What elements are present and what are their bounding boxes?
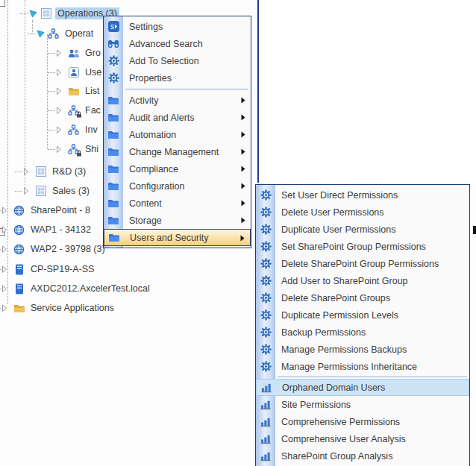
collapsed-arrow-icon[interactable] xyxy=(1,265,11,274)
tree-item-label: SharePoint - 8 xyxy=(28,204,93,216)
expanded-arrow-icon[interactable] xyxy=(36,29,46,38)
collapsed-arrow-icon[interactable] xyxy=(1,245,11,254)
gear-run-icon xyxy=(260,361,272,373)
submenu-arrow-icon xyxy=(241,217,245,224)
submenu-item-set-sharepoint-group-permissions[interactable]: Set SharePoint Group Permissions xyxy=(256,238,469,255)
tree-item-service-applications[interactable]: Service Applications xyxy=(1,301,116,315)
submenu-item-orphaned-domain-users[interactable]: Orphaned Domain Users xyxy=(256,379,469,396)
menu-item-add-to-selection[interactable]: Add To Selection xyxy=(104,52,251,69)
submenu-item-sharepoint-group-analysis[interactable]: SharePoint Group Analysis xyxy=(256,447,469,465)
submenu-item-duplicate-permission-levels[interactable]: Duplicate Permission Levels xyxy=(256,306,469,324)
context-menu: s Settings Advanced Search Add To Select… xyxy=(103,16,251,248)
tree-item-label: Fac xyxy=(83,104,103,116)
collapsed-arrow-icon[interactable] xyxy=(1,303,11,312)
tree-item-rd[interactable]: R&D (3) xyxy=(23,165,88,178)
submenu-arrow-icon xyxy=(241,166,245,172)
collapsed-arrow-icon[interactable] xyxy=(23,167,33,176)
menu-item-settings[interactable]: s Settings xyxy=(104,18,251,35)
collapsed-arrow-icon[interactable] xyxy=(56,68,66,77)
collapsed-arrow-icon[interactable] xyxy=(56,86,66,95)
users-icon xyxy=(67,66,80,78)
menu-item-properties[interactable]: Properties xyxy=(104,69,251,86)
tree-guide-line xyxy=(7,0,8,304)
tree-item-sales[interactable]: Sales (3) xyxy=(23,184,92,198)
submenu-item-site-permissions[interactable]: Site Permissions xyxy=(256,396,469,413)
submenu-arrow-icon xyxy=(241,148,245,155)
submenu-item-backup-permissions[interactable]: Backup Permissions xyxy=(256,324,469,341)
tree-item-users[interactable]: Use xyxy=(56,66,104,79)
gear-run-icon xyxy=(260,309,272,321)
tree-item-shi[interactable]: Shi xyxy=(56,142,101,156)
server-icon xyxy=(13,263,25,275)
tree-item-fac[interactable]: Fac xyxy=(56,104,103,117)
menu-item-activity[interactable]: Activity xyxy=(104,92,251,109)
tree-item-cp-sp19[interactable]: CP-SP19-A-SS xyxy=(1,262,96,276)
menu-item-advanced-search[interactable]: Advanced Search xyxy=(104,35,251,52)
submenu-item-delete-sharepoint-group-permissions[interactable]: Delete SharePoint Group Permissions xyxy=(256,255,469,272)
collapsed-arrow-icon[interactable] xyxy=(56,145,66,154)
collapsed-arrow-icon[interactable] xyxy=(56,125,66,134)
menu-item-compliance[interactable]: Compliance xyxy=(104,160,251,177)
menu-item-storage[interactable]: Storage xyxy=(104,212,251,229)
submenu-arrow-icon xyxy=(241,97,245,104)
submenu-item-add-user-to-sharepoint-group[interactable]: Add User to SharePoint Group xyxy=(256,272,469,289)
blue-folder-icon xyxy=(107,215,119,227)
collapsed-arrow-icon[interactable] xyxy=(23,186,33,195)
submenu-item-comprehensive-permissions[interactable]: Comprehensive Permissions xyxy=(256,413,469,430)
expanded-arrow-icon[interactable] xyxy=(28,9,38,18)
tree-item-axdc2012[interactable]: AXDC2012.AxcelerTest.local xyxy=(1,282,152,295)
collapsed-arrow-icon[interactable] xyxy=(56,106,66,115)
tree-item-label: Use xyxy=(83,66,104,78)
site-collection-icon xyxy=(34,166,47,177)
tree-guide-line xyxy=(47,34,48,149)
users-security-submenu: Set User Direct Permissions Delete User … xyxy=(255,184,470,466)
tree-item-wap2[interactable]: WAP2 - 39798 (3) xyxy=(1,242,107,256)
sites-lock-icon xyxy=(67,143,80,155)
globe-icon xyxy=(13,204,25,216)
menu-item-configuration[interactable]: Configuration xyxy=(104,177,251,195)
folder-icon xyxy=(13,302,25,314)
tree-item-label: Service Applications xyxy=(28,302,116,314)
tree-item-groups[interactable]: Gro xyxy=(56,46,103,60)
tree-item-lists[interactable]: List xyxy=(56,84,101,98)
sites-icon xyxy=(47,28,60,40)
menu-item-automation[interactable]: Automation xyxy=(104,126,251,143)
bar-chart-icon xyxy=(260,450,272,462)
globe-icon xyxy=(13,243,25,255)
submenu-item-delete-sharepoint-groups[interactable]: Delete SharePoint Groups xyxy=(256,289,469,306)
collapsed-arrow-icon[interactable] xyxy=(1,284,11,293)
menu-item-audit-and-alerts[interactable]: Audit and Alerts xyxy=(104,109,251,126)
tree-item-label: R&D (3) xyxy=(50,166,88,177)
tree-item-inv[interactable]: Inv xyxy=(56,123,100,136)
binoculars-icon xyxy=(107,38,119,50)
bar-chart-icon xyxy=(260,433,272,445)
tree-guide-line xyxy=(32,20,33,34)
site-collection-icon xyxy=(34,185,47,197)
tree-item-wap1[interactable]: WAP1 - 34132 xyxy=(1,223,93,236)
gear-run-icon xyxy=(260,189,272,201)
collapsed-arrow-icon[interactable] xyxy=(1,206,11,215)
submenu-item-delete-user-permissions[interactable]: Delete User Permissions xyxy=(256,204,469,221)
submenu-item-comprehensive-user-analysis[interactable]: Comprehensive User Analysis xyxy=(256,430,469,447)
lock-icon xyxy=(76,111,82,118)
submenu-item-manage-permissions-inheritance[interactable]: Manage Permissions Inheritance xyxy=(256,358,469,375)
bar-chart-icon xyxy=(260,399,272,411)
gear-run-icon xyxy=(260,327,272,339)
app-root: Operations (3) Operat Gro Use xyxy=(0,0,476,466)
tree-item-operations-site[interactable]: Operat xyxy=(36,27,95,40)
svg-text:s: s xyxy=(110,22,114,31)
tree-item-label: Shi xyxy=(83,143,101,155)
submenu-item-set-user-direct-permissions[interactable]: Set User Direct Permissions xyxy=(256,186,469,204)
submenu-item-manage-permissions-backups[interactable]: Manage Permissions Backups xyxy=(256,341,469,358)
menu-item-users-and-security[interactable]: Users and Security xyxy=(104,229,251,246)
menu-item-change-management[interactable]: Change Management xyxy=(104,143,251,160)
globe-icon xyxy=(13,224,25,236)
collapsed-arrow-icon[interactable] xyxy=(1,225,11,234)
collapsed-arrow-icon[interactable] xyxy=(56,48,66,57)
menu-item-content[interactable]: Content xyxy=(104,195,251,212)
groups-icon xyxy=(67,47,80,59)
submenu-arrow-icon xyxy=(241,114,245,121)
submenu-item-duplicate-user-permissions[interactable]: Duplicate User Permissions xyxy=(256,221,469,238)
tree-item-sharepoint[interactable]: SharePoint - 8 xyxy=(1,204,93,217)
menu-separator xyxy=(125,89,248,89)
